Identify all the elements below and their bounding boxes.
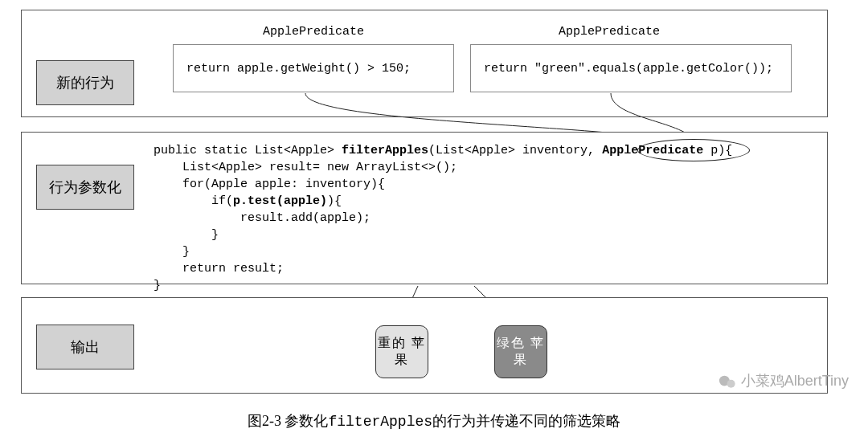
code-line-6: } — [154, 228, 219, 242]
code-line-4a: if( — [154, 194, 233, 208]
label-new-behavior: 新的行为 — [36, 60, 134, 105]
code-line-5: result.add(apple); — [154, 211, 371, 225]
sig-part2: (List<Apple> inventory, — [428, 144, 602, 157]
caption-prefix: 图2-3 参数化 — [248, 413, 329, 429]
header-predicate-1: ApplePredicate — [263, 25, 364, 39]
code-line-7: } — [154, 245, 190, 259]
caption-suffix: 的行为并传递不同的筛选策略 — [432, 413, 620, 429]
output-heavy-apples: 重的 苹果 — [375, 325, 428, 378]
code-line-4c: ){ — [327, 194, 342, 208]
sig-end: p){ — [710, 144, 732, 157]
code-line-3: for(Apple apple: inventory){ — [154, 178, 385, 191]
code-filterApples: public static List<Apple> filterApples(L… — [154, 142, 811, 294]
sig-type: ApplePredicate — [602, 144, 710, 157]
panel-output: 输出 重的 苹果 绿色 苹果 — [21, 297, 828, 394]
label-output: 输出 — [36, 325, 134, 369]
output-green-apples: 绿色 苹果 — [494, 325, 547, 378]
label-behavior-param: 行为参数化 — [36, 165, 134, 210]
codebox-weight-predicate: return apple.getWeight() > 150; — [173, 44, 454, 92]
caption-method: filterApples — [328, 414, 432, 430]
panel-new-behavior: 新的行为 ApplePredicate ApplePredicate retur… — [21, 10, 828, 117]
codebox-color-predicate: return "green".equals(apple.getColor()); — [470, 44, 792, 92]
sig-part1: public static List<Apple> — [154, 144, 342, 157]
code-line-8: return result; — [154, 262, 284, 276]
sig-method: filterApples — [342, 144, 428, 157]
header-predicate-2: ApplePredicate — [559, 25, 660, 39]
panel-behavior-param: 行为参数化 public static List<Apple> filterAp… — [21, 132, 828, 284]
code-line-9: } — [154, 279, 161, 292]
code-line-2: List<Apple> result= new ArrayList<>(); — [154, 161, 457, 174]
figure-caption: 图2-3 参数化filterApples的行为并传递不同的筛选策略 — [0, 411, 868, 431]
code-line-4b: p.test(apple) — [233, 194, 327, 208]
